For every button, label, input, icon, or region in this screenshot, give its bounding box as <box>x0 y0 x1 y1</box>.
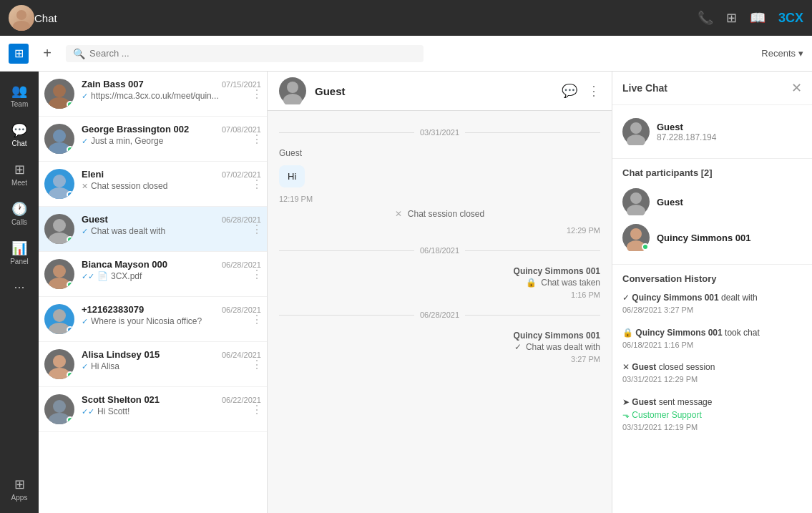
top-bar-actions: 📞 ⊞ 📖 3CX <box>698 10 803 26</box>
chat-item-content: Bianca Mayson 000 06/28/2021 ✓✓ 📄 3CX.pd… <box>82 259 261 281</box>
x-icon: ✕ <box>82 182 88 191</box>
avatar <box>44 304 74 334</box>
panel-person: Guest <box>622 184 802 220</box>
svg-point-16 <box>53 400 66 413</box>
date-divider: 06/28/2021 <box>279 311 600 319</box>
list-item[interactable]: George Brassington 002 07/08/2021 ✓ Just… <box>39 117 267 162</box>
svg-point-10 <box>53 265 66 278</box>
more-options-button[interactable]: ⋮ <box>251 87 263 101</box>
book-icon[interactable]: 📖 <box>750 10 765 26</box>
svg-point-2 <box>53 84 66 97</box>
action-message: Quincy Simmons 001 🔒 Chat was taken 1:16… <box>279 266 600 299</box>
message-bubble-wrapper: Hi <box>279 165 600 187</box>
conversation-history: Conversation History ✓ Quincy Simmons 00… <box>612 265 812 451</box>
grid-icon[interactable]: ⊞ <box>726 10 737 26</box>
list-item[interactable]: +12162383079 06/28/2021 ✓ Where is your … <box>39 297 267 342</box>
chat-item-content: Scott Shelton 021 06/22/2021 ✓✓ Hi Scott… <box>82 394 261 416</box>
svg-point-21 <box>627 135 645 145</box>
check-icon: ✓ <box>82 317 88 326</box>
svg-point-18 <box>287 82 298 93</box>
sidebar-item-panel[interactable]: 📊 Panel <box>1 235 37 271</box>
check-icon: ✓ <box>82 137 88 146</box>
x-icon: ✕ <box>395 209 402 219</box>
more-options-button[interactable]: ⋮ <box>251 132 263 146</box>
check-icon: ✓ <box>82 92 88 101</box>
avatar <box>44 214 74 244</box>
more-options-button[interactable]: ⋮ <box>251 223 263 236</box>
chat-messages: 03/31/2021 Guest Hi 12:19 PM ✕ Chat sess… <box>268 111 612 513</box>
toolbar: ⊞ + 🔍 Recents ▾ <box>0 36 812 72</box>
sidebar-item-apps[interactable]: ⊞ Apps <box>1 471 37 507</box>
more-options-button[interactable]: ⋮ <box>251 313 263 326</box>
send-icon: ➤ <box>622 397 632 407</box>
history-item: ✕ Guest closed session 03/31/2021 12:29 … <box>622 361 802 386</box>
avatar <box>44 169 74 199</box>
sidebar-item-team[interactable]: 👥 Team <box>1 77 37 114</box>
message-time: 1:16 PM <box>571 290 600 299</box>
list-item[interactable]: Bianca Mayson 000 06/28/2021 ✓✓ 📄 3CX.pd… <box>39 252 267 297</box>
chat-header-actions: 💬 ⋮ <box>562 83 600 99</box>
list-item[interactable]: Alisa Lindsey 015 06/24/2021 ✓ Hi Alisa … <box>39 342 267 387</box>
more-options-button[interactable]: ⋮ <box>251 177 263 191</box>
phone-icon[interactable]: 📞 <box>698 10 713 26</box>
close-button[interactable]: ✕ <box>791 80 802 96</box>
list-item[interactable]: Eleni 07/02/2021 ✕ Chat session closed ⋮ <box>39 162 267 207</box>
avatar <box>44 79 74 109</box>
more-options-button[interactable]: ⋮ <box>587 83 600 99</box>
history-item: 🔒 Quincy Simmons 001 took chat 06/18/202… <box>622 326 802 351</box>
windows-icon[interactable]: ⊞ <box>9 44 29 64</box>
page-title: Chat <box>34 12 698 24</box>
svg-point-24 <box>630 228 642 240</box>
svg-point-0 <box>16 10 26 20</box>
chat-bubble-icon[interactable]: 💬 <box>562 83 577 99</box>
list-item[interactable]: Zain Bass 007 07/15/2021 ✓ https://mca.3… <box>39 72 267 117</box>
date-divider: 06/18/2021 <box>279 246 600 255</box>
lock-icon: 🔒 <box>526 278 537 288</box>
svg-point-1 <box>13 21 30 31</box>
list-item[interactable]: Scott Shelton 021 06/22/2021 ✓✓ Hi Scott… <box>39 387 267 432</box>
panel-title: Live Chat <box>622 82 667 94</box>
svg-point-23 <box>627 205 645 215</box>
message-time: 12:19 PM <box>279 195 600 203</box>
top-bar: Chat 📞 ⊞ 📖 3CX <box>0 0 812 36</box>
history-item: ✓ Quincy Simmons 001 dealt with 06/28/20… <box>622 291 802 316</box>
more-options-button[interactable]: ⋮ <box>251 268 263 281</box>
svg-point-22 <box>630 192 642 204</box>
chat-header-avatar <box>279 77 306 104</box>
panel-person: Quincy Simmons 001 <box>622 220 802 255</box>
sidebar-item-chat[interactable]: 💬 Chat <box>1 117 37 153</box>
more-icon: ··· <box>14 280 24 295</box>
svg-point-20 <box>630 122 642 134</box>
svg-point-19 <box>283 94 302 104</box>
chat-item-content: Eleni 07/02/2021 ✕ Chat session closed <box>82 169 261 191</box>
more-options-button[interactable]: ⋮ <box>251 358 263 371</box>
svg-point-12 <box>53 309 66 322</box>
system-time: 12:29 PM <box>279 226 600 235</box>
sidebar-item-meet[interactable]: ⊞ Meet <box>1 156 37 192</box>
list-item[interactable]: Guest 06/28/2021 ✓ Chat was dealt with ⋮ <box>39 207 267 252</box>
avatar <box>44 259 74 289</box>
sidebar-item-calls[interactable]: 🕐 Calls <box>1 195 37 232</box>
svg-point-6 <box>53 175 66 187</box>
more-options-button[interactable]: ⋮ <box>251 403 263 416</box>
search-input[interactable] <box>89 48 416 59</box>
svg-point-4 <box>53 130 66 142</box>
system-message: ✕ Chat session closed <box>279 209 600 219</box>
chat-item-content: Zain Bass 007 07/15/2021 ✓ https://mca.3… <box>82 79 261 101</box>
recents-button[interactable]: Recents ▾ <box>761 48 803 59</box>
chat-header-name: Guest <box>315 85 553 97</box>
add-button[interactable]: + <box>37 44 57 64</box>
meet-icon: ⊞ <box>14 162 25 177</box>
lock-icon: 🔒 <box>622 328 635 338</box>
check-icon: ✓ <box>82 362 88 371</box>
avatar <box>44 394 74 424</box>
check-icon: ✓✓ <box>82 272 94 281</box>
panel-icon: 📊 <box>11 240 27 256</box>
team-icon: 👥 <box>11 83 27 99</box>
avatar <box>622 118 650 145</box>
brand-label[interactable]: 3CX <box>778 11 803 26</box>
calls-icon: 🕐 <box>11 201 27 217</box>
x-icon: ✕ <box>622 362 632 372</box>
sidebar-item-more[interactable]: ··· <box>1 274 37 301</box>
panel-person: Guest 87.228.187.194 <box>622 114 802 150</box>
